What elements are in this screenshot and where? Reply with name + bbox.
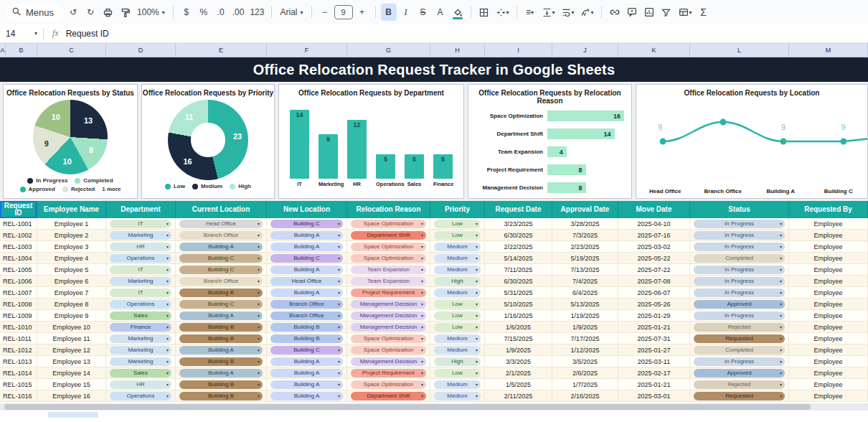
cell-relocation-reason[interactable]: Management Decision▾ (347, 310, 430, 322)
chart-donut[interactable]: Office Relocation Requests by Priority23… (141, 84, 275, 199)
cell-requested-by[interactable]: Employee (789, 253, 868, 264)
decrease-font-size-button[interactable]: − (317, 4, 333, 21)
dropdown-chip[interactable]: IT▾ (110, 289, 171, 297)
cell-priority[interactable]: Medium▾ (430, 264, 485, 276)
cell-requested-by[interactable]: Employee (789, 299, 868, 310)
cell-relocation-reason[interactable]: Team Expansion▾ (347, 264, 430, 276)
cell-employee-name[interactable]: Employee 7 (37, 287, 106, 299)
cell-move-date[interactable]: 2025-03-01 (618, 390, 690, 402)
dropdown-chip[interactable]: High▾ (434, 357, 481, 366)
cell-approval-date[interactable]: 7/13/2025 (552, 264, 618, 276)
cell-department[interactable]: Operations▾ (106, 253, 176, 264)
sheet-title-cell[interactable]: Office Relocation Request Tracker in Goo… (0, 57, 868, 82)
cell-request-date[interactable]: 3/3/2025 (485, 356, 552, 367)
percent-format-button[interactable]: % (196, 4, 212, 21)
cell-status[interactable]: In Progress▾ (690, 356, 789, 367)
dropdown-chip[interactable]: Management Decision▾ (351, 323, 426, 332)
bold-button[interactable]: B (381, 4, 397, 21)
cell-relocation-reason[interactable]: Department Shift▾ (347, 390, 430, 402)
cell-status[interactable]: Completed▾ (690, 253, 789, 264)
cell-status[interactable]: In Progress▾ (690, 287, 789, 299)
cell-priority[interactable]: High▾ (430, 356, 485, 367)
cell-new-location[interactable]: Building A▾ (267, 287, 347, 299)
cell-department[interactable]: Sales▾ (106, 367, 176, 379)
cell-request-id[interactable]: REL-1011 (0, 333, 37, 344)
dropdown-chip[interactable]: High▾ (434, 277, 481, 286)
dropdown-chip[interactable]: Management Decision▾ (351, 357, 426, 366)
dropdown-chip[interactable]: Low▾ (434, 369, 481, 378)
cell-request-id[interactable]: REL-1005 (0, 264, 37, 276)
cell-current-location[interactable]: Building B▾ (176, 333, 267, 344)
dropdown-chip[interactable]: Building A▾ (179, 243, 263, 251)
dropdown-chip[interactable]: In Progress▾ (694, 266, 785, 274)
vertical-align-button[interactable]: ▾ (539, 4, 557, 21)
cell-request-id[interactable]: REL-1015 (0, 379, 37, 390)
dropdown-chip[interactable]: Branch Office▾ (179, 277, 263, 286)
cell-current-location[interactable]: Building B▾ (176, 390, 267, 402)
column-header-department[interactable]: Department (106, 201, 176, 218)
dropdown-chip[interactable]: Building C▾ (270, 254, 343, 263)
cell-request-date[interactable]: 6/30/2025 (485, 276, 552, 287)
cell-requested-by[interactable]: Employee (789, 264, 868, 276)
dropdown-chip[interactable]: In Progress▾ (694, 243, 785, 251)
dropdown-chip[interactable]: Building A▾ (270, 243, 343, 251)
cell-move-date[interactable]: 2025-01-21 (618, 322, 690, 333)
column-letter-F[interactable]: F (267, 43, 347, 57)
dropdown-chip[interactable]: Space Optimization▾ (351, 334, 426, 343)
cell-requested-by[interactable]: Employee (789, 276, 868, 287)
cell-request-date[interactable]: 7/15/2025 (485, 333, 552, 344)
column-letter-G[interactable]: G (347, 43, 430, 57)
cell-request-id[interactable]: REL-1002 (0, 230, 37, 241)
column-header-employee-name[interactable]: Employee Name (37, 201, 106, 218)
menus-button[interactable]: Menus (6, 4, 64, 22)
dropdown-chip[interactable]: Medium▾ (434, 289, 481, 297)
column-letter-D[interactable]: D (106, 43, 176, 57)
dropdown-chip[interactable]: Team Expansion▾ (351, 266, 426, 274)
cell-department[interactable]: Marketing▾ (106, 230, 176, 241)
cell-current-location[interactable]: Building A▾ (176, 241, 267, 253)
dropdown-chip[interactable]: Operations▾ (110, 392, 171, 400)
scrollbar-thumb[interactable] (4, 404, 811, 410)
cell-approval-date[interactable]: 1/9/2025 (552, 322, 618, 333)
name-box[interactable]: 14 ▾ (0, 29, 43, 39)
cell-new-location[interactable]: Building C▾ (267, 218, 347, 230)
cell-new-location[interactable]: Branch Office▾ (267, 299, 347, 310)
cell-move-date[interactable]: 2025-02-17 (618, 367, 690, 379)
text-rotation-button[interactable]: ▾ (578, 4, 596, 21)
column-letter-B[interactable]: B (6, 43, 37, 57)
dropdown-chip[interactable]: Low▾ (434, 300, 481, 309)
cell-relocation-reason[interactable]: Space Optimization▾ (347, 253, 430, 264)
cell-request-date[interactable]: 1/6/2025 (485, 322, 552, 333)
cell-approval-date[interactable]: 7/3/2025 (552, 230, 618, 241)
cell-move-date[interactable]: 2025-05-26 (618, 299, 690, 310)
dropdown-chip[interactable]: Building A▾ (179, 346, 263, 355)
dropdown-chip[interactable]: Space Optimization▾ (351, 220, 426, 228)
cell-request-date[interactable]: 1/9/2025 (485, 344, 552, 356)
cell-department[interactable]: HR▾ (106, 241, 176, 253)
cell-new-location[interactable]: Building C▾ (267, 253, 347, 264)
cell-current-location[interactable]: Building B▾ (176, 322, 267, 333)
dropdown-chip[interactable]: Building A▾ (270, 357, 343, 366)
dropdown-chip[interactable]: Building C▾ (179, 254, 263, 263)
cell-priority[interactable]: Medium▾ (430, 390, 485, 402)
currency-format-button[interactable]: $ (179, 4, 194, 21)
cell-move-date[interactable]: 2025-06-07 (618, 287, 690, 299)
cell-move-date[interactable]: 2025-05-22 (618, 253, 690, 264)
column-header-priority[interactable]: Priority (430, 201, 485, 218)
dropdown-chip[interactable]: Building C▾ (270, 220, 343, 228)
dropdown-chip[interactable]: Medium▾ (434, 380, 481, 389)
cell-status[interactable]: Approved▾ (690, 367, 789, 379)
dropdown-chip[interactable]: In Progress▾ (694, 289, 785, 297)
dropdown-chip[interactable]: Building A▾ (179, 369, 263, 378)
cell-department[interactable]: Operations▾ (106, 299, 176, 310)
cell-approval-date[interactable]: 3/5/2025 (552, 356, 618, 367)
filter-icon[interactable] (659, 4, 674, 21)
cell-priority[interactable]: Medium▾ (430, 333, 485, 344)
cell-move-date[interactable]: 2025-07-22 (618, 264, 690, 276)
dropdown-chip[interactable]: Building B▾ (179, 357, 263, 366)
cell-request-id[interactable]: REL-1009 (0, 310, 37, 322)
cell-department[interactable]: HR▾ (106, 379, 176, 390)
cell-employee-name[interactable]: Employee 4 (37, 253, 106, 264)
cell-status[interactable]: In Progress▾ (690, 264, 789, 276)
cell-request-date[interactable]: 3/23/2025 (485, 218, 552, 230)
